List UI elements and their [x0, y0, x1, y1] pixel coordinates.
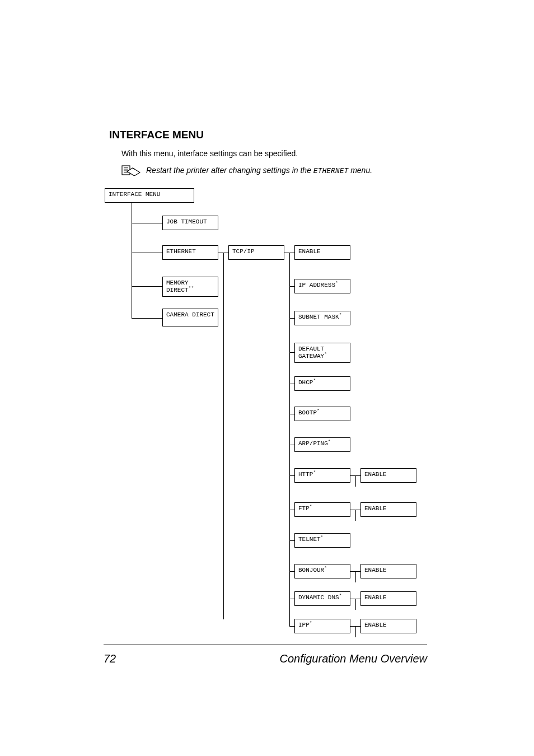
box-http-enable: ENABLE — [360, 468, 416, 483]
box-http: HTTP* — [294, 468, 350, 483]
connector-line — [289, 384, 294, 384]
connector-line — [355, 599, 356, 610]
note-text: Restart the printer after changing setti… — [146, 166, 372, 175]
connector-line — [132, 223, 162, 223]
box-interface-menu: INTERFACE MENU — [105, 188, 194, 203]
telnet-label: TELNET* — [298, 536, 323, 543]
memory-direct-label: MEMORY DIRECT** — [166, 279, 214, 294]
section-heading: INTERFACE MENU — [109, 129, 428, 141]
connector-line — [289, 318, 294, 319]
note-icon — [121, 165, 140, 176]
subnet-mask-label: SUBNET MASK* — [298, 314, 341, 321]
intro-text: With this menu, interface settings can b… — [121, 149, 428, 158]
connector-line — [223, 253, 224, 619]
dynamic-dns-label: DYNAMIC DNS* — [298, 594, 341, 601]
dhcp-label: DHCP* — [298, 379, 316, 386]
box-dynamic-dns-enable: ENABLE — [360, 591, 416, 606]
box-ethernet: ETHERNET — [162, 245, 218, 260]
ip-address-label: IP ADDRESS* — [298, 282, 338, 289]
connector-line — [355, 626, 356, 637]
connector-line — [132, 318, 162, 319]
box-bonjour: BONJOUR* — [294, 564, 350, 578]
note-prefix: Restart the printer after changing setti… — [146, 166, 313, 175]
box-ipp-enable: ENABLE — [360, 619, 416, 633]
default-gateway-label: DEFAULTGATEWAY* — [298, 346, 327, 360]
box-telnet: TELNET* — [294, 533, 350, 548]
box-memory-direct: MEMORY DIRECT** — [162, 277, 218, 297]
arpping-label: ARP/PING* — [298, 440, 331, 447]
box-ipp: IPP* — [294, 619, 350, 633]
connector-line — [289, 571, 294, 572]
page-number: 72 — [104, 652, 116, 665]
connector-line — [289, 510, 294, 510]
bonjour-label: BONJOUR* — [298, 567, 327, 574]
box-tcpip: TCP/IP — [228, 245, 284, 260]
connector-line — [355, 475, 356, 487]
box-arpping: ARP/PING* — [294, 437, 350, 452]
bootp-label: BOOTP* — [298, 409, 320, 417]
box-bootp: BOOTP* — [294, 407, 350, 421]
note-suffix: menu. — [348, 166, 372, 175]
connector-line — [289, 540, 294, 541]
box-ftp: FTP* — [294, 502, 350, 517]
box-job-timeout: JOB TIMEOUT — [162, 216, 218, 230]
connector-line — [289, 475, 294, 476]
connector-line — [289, 414, 294, 414]
box-default-gateway: DEFAULTGATEWAY* — [294, 343, 350, 363]
box-camera-direct: CAMERA DIRECT — [162, 309, 218, 326]
connector-line — [289, 599, 294, 599]
box-bonjour-enable: ENABLE — [360, 564, 416, 578]
note-mono: ETHERNET — [313, 167, 348, 175]
footer-title: Configuration Menu Overview — [280, 652, 427, 665]
connector-line — [132, 203, 132, 318]
connector-line — [355, 510, 356, 521]
box-dynamic-dns: DYNAMIC DNS* — [294, 591, 350, 606]
connector-line — [289, 619, 290, 626]
box-subnet-mask: SUBNET MASK* — [294, 311, 350, 325]
connector-line — [289, 286, 294, 287]
ipp-label: IPP* — [298, 622, 312, 629]
box-ftp-enable: ENABLE — [360, 502, 416, 517]
connector-line — [289, 352, 294, 353]
box-ip-address: IP ADDRESS* — [294, 279, 350, 293]
connector-line — [289, 626, 294, 627]
connector-line — [289, 445, 294, 445]
connector-line — [132, 286, 162, 287]
note-row: Restart the printer after changing setti… — [121, 165, 428, 176]
connector-line — [132, 253, 162, 253]
ftp-label: FTP* — [298, 505, 312, 512]
menu-tree-diagram: INTERFACE MENU JOB TIMEOUT ETHERNET MEMO… — [109, 188, 428, 619]
box-enable: ENABLE — [294, 245, 350, 260]
connector-line — [355, 571, 356, 582]
footer-rule — [104, 645, 427, 645]
box-dhcp: DHCP* — [294, 376, 350, 391]
connector-line — [289, 253, 290, 619]
http-label: HTTP* — [298, 471, 316, 478]
